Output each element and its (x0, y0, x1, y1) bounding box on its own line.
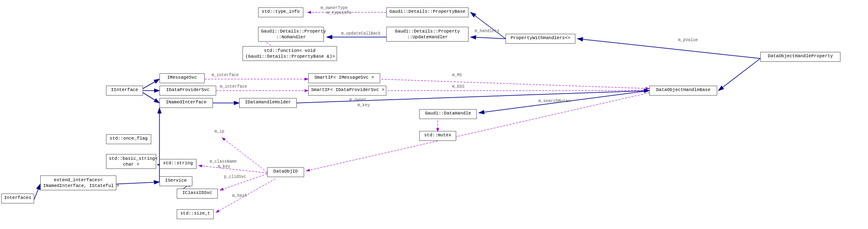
svg-line-11 (577, 39, 760, 58)
node-iservice: IService (159, 176, 192, 186)
node-idataprovidersvc: IDataProviderSvc (159, 86, 216, 96)
svg-line-16 (143, 93, 159, 103)
svg-text:m_owner: m_owner (349, 98, 367, 102)
svg-text:m_className: m_className (210, 159, 237, 164)
svg-line-36 (220, 174, 267, 190)
svg-line-45 (114, 182, 159, 184)
node-std-mutex: std::mutex (419, 131, 456, 141)
node-extend-interfaces: extend_interfaces<INamedInterface, IStat… (40, 175, 116, 190)
svg-text:m_handlers: m_handlers (475, 29, 499, 33)
node-std-size-t: std::size_t (177, 209, 214, 219)
svg-line-29 (479, 91, 649, 113)
node-smartif-imessagesvc: SmartIF< IMessageSvc > (308, 73, 380, 83)
svg-text:m_hash: m_hash (232, 194, 247, 198)
node-dataobjecthandlebase: DataObjectHandleBase (649, 86, 717, 96)
node-gaudi-datahandle: Gaudi::DataHandle (419, 109, 477, 119)
svg-text:m_searchMutex: m_searchMutex (538, 99, 570, 103)
svg-text:m_MS: m_MS (452, 73, 462, 77)
svg-line-21 (378, 79, 649, 89)
node-idatahandleholder: IDataHandleHolder (239, 98, 297, 108)
svg-text:m_updateCallBack: m_updateCallBack (341, 31, 381, 36)
svg-line-46 (34, 184, 40, 199)
svg-text:m_ownerType: m_ownerType (321, 6, 348, 10)
node-inamedinterface: INamedInterface (159, 98, 213, 108)
node-gaudi-property-base: Gaudi::Details::PropertyBase (386, 7, 469, 17)
node-gaudi-property-updatehandler: Gaudi::Details::Property::UpdateHandler (386, 27, 469, 42)
svg-line-33 (199, 166, 267, 173)
node-iinterface: IInterface (106, 86, 143, 96)
svg-text:m_EDS: m_EDS (452, 84, 464, 89)
svg-line-5 (471, 12, 506, 39)
node-std-string: std::string (159, 159, 196, 169)
node-iclassidsvc: IClassIDSvc (177, 189, 218, 199)
node-std-type-info: std::type_info (258, 7, 303, 17)
node-interfaces: Interfaces (1, 194, 34, 203)
svg-text:m_key: m_key (218, 164, 230, 169)
node-dataobjecthandleproperty: DataObjectHandleProperty (760, 52, 840, 62)
svg-text:m_interface: m_interface (220, 84, 247, 89)
svg-line-38 (216, 179, 275, 213)
node-smartif-idataprovidersvc: SmartIF< IDataProviderSvc > (308, 86, 386, 96)
svg-text:m_typeinfo: m_typeinfo (327, 11, 351, 15)
diagram-container: m_ownerType m_typeinfo m_handlers m_upda… (0, 0, 868, 229)
node-std-function: std::function< void(Gaudi::Details::Prop… (242, 46, 337, 61)
svg-line-13 (718, 58, 760, 91)
svg-line-7 (471, 37, 506, 39)
svg-text:m_ip: m_ip (215, 129, 224, 134)
node-std-basic-string: std::basic_string< char > (106, 154, 156, 169)
svg-line-14 (143, 79, 159, 89)
node-gaudi-property-nohandler: Gaudi::Details::Property::NoHandler (258, 27, 324, 42)
node-propertywithhandlers: PropertyWithHandlers<> (506, 34, 575, 44)
svg-text:p_clidSvc: p_clidSvc (224, 175, 246, 179)
svg-text:m_pValue: m_pValue (678, 38, 698, 42)
svg-text:m_interface: m_interface (212, 73, 239, 77)
svg-line-40 (306, 93, 649, 171)
node-std-once-flag: std::once_flag (106, 134, 151, 144)
svg-line-41 (222, 138, 267, 172)
node-dataobjid: DataObjID (267, 167, 304, 177)
node-imessagesvc: IMessageSvc (159, 73, 205, 83)
svg-text:m_key: m_key (358, 103, 370, 107)
